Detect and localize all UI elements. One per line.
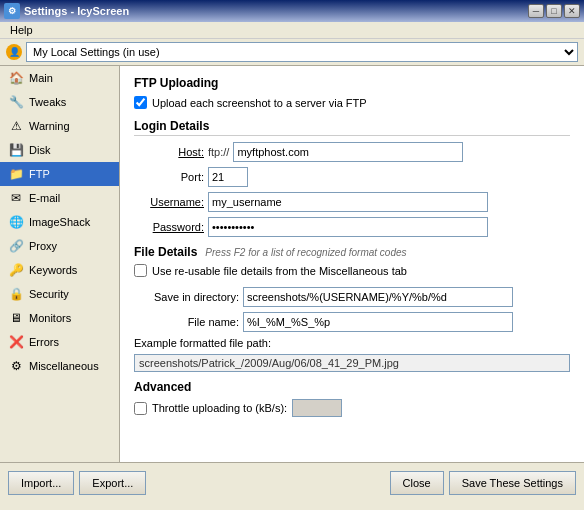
host-label: Host:: [134, 146, 204, 158]
file-details-title: File Details: [134, 245, 197, 259]
close-button[interactable]: ✕: [564, 4, 580, 18]
sidebar-label-email: E-mail: [29, 192, 60, 204]
misc-icon: ⚙: [8, 358, 24, 374]
filename-label: File name:: [134, 316, 239, 328]
menu-bar: Help: [0, 22, 584, 39]
upload-checkbox-label: Upload each screenshot to a server via F…: [152, 97, 367, 109]
maximize-button[interactable]: □: [546, 4, 562, 18]
password-row: Password:: [134, 217, 570, 237]
sidebar-label-proxy: Proxy: [29, 240, 57, 252]
sidebar-item-keywords[interactable]: 🔑 Keywords: [0, 258, 119, 282]
port-input[interactable]: [208, 167, 248, 187]
upload-checkbox[interactable]: [134, 96, 147, 109]
username-row: Username:: [134, 192, 570, 212]
filename-row: File name:: [134, 312, 570, 332]
username-input[interactable]: [208, 192, 488, 212]
import-button[interactable]: Import...: [8, 471, 74, 495]
password-input[interactable]: [208, 217, 488, 237]
reusable-checkbox[interactable]: [134, 264, 147, 277]
sidebar-label-main: Main: [29, 72, 53, 84]
minimize-button[interactable]: ─: [528, 4, 544, 18]
sidebar-item-email[interactable]: ✉ E-mail: [0, 186, 119, 210]
login-details-title: Login Details: [134, 119, 570, 136]
filename-input[interactable]: [243, 312, 513, 332]
sidebar-label-warning: Warning: [29, 120, 70, 132]
close-button[interactable]: Close: [390, 471, 444, 495]
disk-icon: 💾: [8, 142, 24, 158]
sidebar-item-security[interactable]: 🔒 Security: [0, 282, 119, 306]
title-bar: ⚙ Settings - IcyScreen ─ □ ✕: [0, 0, 584, 22]
sidebar-label-keywords: Keywords: [29, 264, 77, 276]
example-path-label: Example formatted file path:: [134, 337, 570, 349]
host-row: Host: ftp://: [134, 142, 570, 162]
sidebar-item-warning[interactable]: ⚠ Warning: [0, 114, 119, 138]
security-icon: 🔒: [8, 286, 24, 302]
sidebar-item-ftp[interactable]: 📁 FTP: [0, 162, 119, 186]
advanced-title: Advanced: [134, 380, 570, 394]
reusable-checkbox-label: Use re-usable file details from the Misc…: [152, 265, 407, 277]
throttle-input[interactable]: [292, 399, 342, 417]
sidebar-item-monitors[interactable]: 🖥 Monitors: [0, 306, 119, 330]
sidebar-label-imageshack: ImageShack: [29, 216, 90, 228]
content-panel: FTP Uploading Upload each screenshot to …: [120, 66, 584, 462]
sidebar-item-tweaks[interactable]: 🔧 Tweaks: [0, 90, 119, 114]
save-button[interactable]: Save These Settings: [449, 471, 576, 495]
host-prefix: ftp://: [208, 146, 229, 158]
window-title: Settings - IcyScreen: [24, 5, 129, 17]
sidebar-item-proxy[interactable]: 🔗 Proxy: [0, 234, 119, 258]
email-icon: ✉: [8, 190, 24, 206]
monitors-icon: 🖥: [8, 310, 24, 326]
file-details-hint: Press F2 for a list of recognized format…: [205, 247, 406, 258]
sidebar-label-errors: Errors: [29, 336, 59, 348]
file-details-header: File Details Press F2 for a list of reco…: [134, 245, 570, 259]
sidebar-label-monitors: Monitors: [29, 312, 71, 324]
menu-help[interactable]: Help: [4, 22, 39, 38]
ftp-section-title: FTP Uploading: [134, 76, 570, 90]
profile-select[interactable]: My Local Settings (in use): [26, 42, 578, 62]
upload-checkbox-row: Upload each screenshot to a server via F…: [134, 96, 570, 109]
sidebar: 🏠 Main 🔧 Tweaks ⚠ Warning 💾 Disk 📁 FTP ✉…: [0, 66, 120, 462]
profile-bar: 👤 My Local Settings (in use): [0, 39, 584, 66]
sidebar-item-errors[interactable]: ❌ Errors: [0, 330, 119, 354]
sidebar-label-disk: Disk: [29, 144, 50, 156]
export-button[interactable]: Export...: [79, 471, 146, 495]
tweaks-icon: 🔧: [8, 94, 24, 110]
host-input[interactable]: [233, 142, 463, 162]
throttle-checkbox-label: Throttle uploading to (kB/s):: [152, 402, 287, 414]
main-icon: 🏠: [8, 70, 24, 86]
port-row: Port:: [134, 167, 570, 187]
errors-icon: ❌: [8, 334, 24, 350]
sidebar-item-miscellaneous[interactable]: ⚙ Miscellaneous: [0, 354, 119, 378]
sidebar-label-misc: Miscellaneous: [29, 360, 99, 372]
reusable-checkbox-row: Use re-usable file details from the Misc…: [134, 264, 570, 277]
savedir-row: Save in directory:: [134, 287, 570, 307]
imageshack-icon: 🌐: [8, 214, 24, 230]
footer-bar: Import... Export... Close Save These Set…: [0, 462, 584, 502]
ftp-icon: 📁: [8, 166, 24, 182]
warning-icon: ⚠: [8, 118, 24, 134]
keywords-icon: 🔑: [8, 262, 24, 278]
sidebar-item-imageshack[interactable]: 🌐 ImageShack: [0, 210, 119, 234]
sidebar-label-security: Security: [29, 288, 69, 300]
sidebar-label-ftp: FTP: [29, 168, 50, 180]
sidebar-item-main[interactable]: 🏠 Main: [0, 66, 119, 90]
throttle-checkbox[interactable]: [134, 402, 147, 415]
sidebar-label-tweaks: Tweaks: [29, 96, 66, 108]
port-label: Port:: [134, 171, 204, 183]
main-content: 🏠 Main 🔧 Tweaks ⚠ Warning 💾 Disk 📁 FTP ✉…: [0, 66, 584, 462]
profile-icon: 👤: [6, 44, 22, 60]
proxy-icon: 🔗: [8, 238, 24, 254]
savedir-label: Save in directory:: [134, 291, 239, 303]
savedir-input[interactable]: [243, 287, 513, 307]
app-icon: ⚙: [4, 3, 20, 19]
example-path-value: screenshots/Patrick_/2009/Aug/06/08_41_2…: [134, 354, 570, 372]
username-label: Username:: [134, 196, 204, 208]
password-label: Password:: [134, 221, 204, 233]
throttle-checkbox-row: Throttle uploading to (kB/s):: [134, 399, 570, 417]
sidebar-item-disk[interactable]: 💾 Disk: [0, 138, 119, 162]
